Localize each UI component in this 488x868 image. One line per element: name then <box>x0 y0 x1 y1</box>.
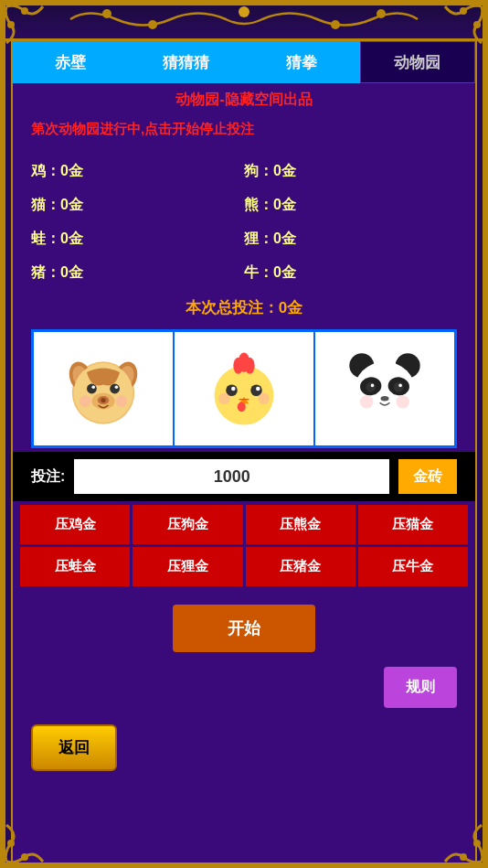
svg-point-0 <box>21 7 28 15</box>
svg-point-31 <box>245 358 255 374</box>
subtitle: 动物园-隐藏空间出品 <box>13 83 475 113</box>
svg-point-40 <box>258 393 270 405</box>
chicken-face-icon <box>203 348 285 430</box>
svg-point-27 <box>116 395 128 407</box>
svg-point-8 <box>102 9 111 18</box>
bet-raccoon-button[interactable]: 压狸金 <box>133 547 242 586</box>
svg-point-48 <box>371 384 375 388</box>
start-button[interactable]: 开始 <box>173 605 315 652</box>
corner-decoration-tl <box>2 2 48 48</box>
bet-cat: 猫：0金 <box>31 188 244 222</box>
tab-bar: 赤壁 猜猜猜 猜拳 动物园 <box>13 41 475 83</box>
svg-point-43 <box>354 361 416 423</box>
total-bet: 本次总投注：0金 <box>13 290 475 326</box>
svg-point-12 <box>377 9 386 18</box>
animal-panda-cell <box>315 332 454 445</box>
start-button-container: 开始 <box>13 590 475 659</box>
animals-display <box>31 329 457 448</box>
svg-point-51 <box>360 395 373 408</box>
corner-decoration-bl <box>2 820 48 866</box>
bet-pig: 猪：0金 <box>31 256 244 290</box>
bet-dog: 狗：0金 <box>244 155 457 188</box>
animal-chicken-cell <box>175 332 315 445</box>
svg-point-6 <box>460 853 467 861</box>
svg-point-11 <box>331 20 340 29</box>
bet-frog-button[interactable]: 压蛙金 <box>20 547 130 586</box>
svg-point-9 <box>148 20 157 29</box>
back-button-container: 返回 <box>13 715 475 789</box>
svg-point-7 <box>473 840 481 847</box>
svg-point-22 <box>115 385 119 389</box>
svg-point-46 <box>366 382 376 392</box>
svg-point-50 <box>381 396 389 401</box>
gold-brick-button[interactable]: 金砖 <box>398 459 457 494</box>
info-line: 第次动物园进行中,点击开始停止投注 <box>31 121 457 138</box>
main-content: 赤壁 猜猜猜 猜拳 动物园 动物园-隐藏空间出品 第次动物园进行中,点击开始停止… <box>13 41 475 868</box>
svg-point-39 <box>218 393 230 405</box>
corner-decoration-br <box>440 820 486 866</box>
svg-point-2 <box>460 7 467 15</box>
bet-amount-input[interactable] <box>74 459 389 494</box>
bet-cow-button[interactable]: 压牛金 <box>358 547 468 586</box>
info-section: 第次动物园进行中,点击开始停止投注 <box>13 113 475 155</box>
animal-dog-cell <box>34 332 175 445</box>
svg-point-35 <box>256 387 260 391</box>
panda-face-icon <box>344 348 426 430</box>
action-buttons-grid: 压鸡金 压狗金 压熊金 压猫金 压蛙金 压狸金 压猪金 压牛金 <box>13 501 475 590</box>
svg-point-26 <box>80 395 91 407</box>
svg-point-4 <box>21 853 28 861</box>
rules-button[interactable]: 规则 <box>384 667 457 708</box>
rules-button-container: 规则 <box>13 659 475 715</box>
svg-point-47 <box>394 382 404 392</box>
svg-point-3 <box>473 21 481 28</box>
top-swirl-decoration <box>61 3 427 36</box>
left-sidebar-decoration <box>0 41 13 868</box>
svg-point-21 <box>91 385 95 389</box>
right-sidebar-decoration <box>475 41 488 868</box>
bet-dog-button[interactable]: 压狗金 <box>133 505 242 544</box>
bet-cow: 牛：0金 <box>244 256 457 290</box>
bet-frog: 蛙：0金 <box>31 222 244 256</box>
bet-cat-button[interactable]: 压猫金 <box>358 505 468 544</box>
svg-point-20 <box>110 384 120 394</box>
tab-guessing[interactable]: 猜拳 <box>244 41 360 83</box>
bet-chicken: 鸡：0金 <box>31 155 244 188</box>
svg-point-25 <box>101 398 105 402</box>
svg-point-49 <box>398 384 402 388</box>
svg-point-52 <box>397 395 409 408</box>
svg-point-34 <box>231 387 235 391</box>
svg-point-10 <box>239 6 249 17</box>
bets-grid: 鸡：0金 狗：0金 猫：0金 熊：0金 蛙：0金 狸：0金 猪：0金 牛：0金 <box>13 155 475 290</box>
back-button[interactable]: 返回 <box>31 724 117 771</box>
top-decoration-bar <box>0 0 488 41</box>
svg-point-5 <box>7 840 15 847</box>
bet-bear: 熊：0金 <box>244 188 457 222</box>
bet-raccoon: 狸：0金 <box>244 222 457 256</box>
corner-decoration-tr <box>440 2 486 48</box>
dog-face-icon <box>62 348 144 430</box>
svg-point-19 <box>87 384 97 394</box>
bet-pig-button[interactable]: 压猪金 <box>246 547 355 586</box>
bet-input-row: 投注: 金砖 <box>13 452 475 501</box>
tab-guess[interactable]: 猜猜猜 <box>129 41 245 83</box>
bet-chicken-button[interactable]: 压鸡金 <box>20 505 130 544</box>
svg-point-38 <box>238 402 246 412</box>
svg-point-1 <box>7 21 15 28</box>
bet-bear-button[interactable]: 压熊金 <box>246 505 355 544</box>
bet-label: 投注: <box>31 467 65 487</box>
